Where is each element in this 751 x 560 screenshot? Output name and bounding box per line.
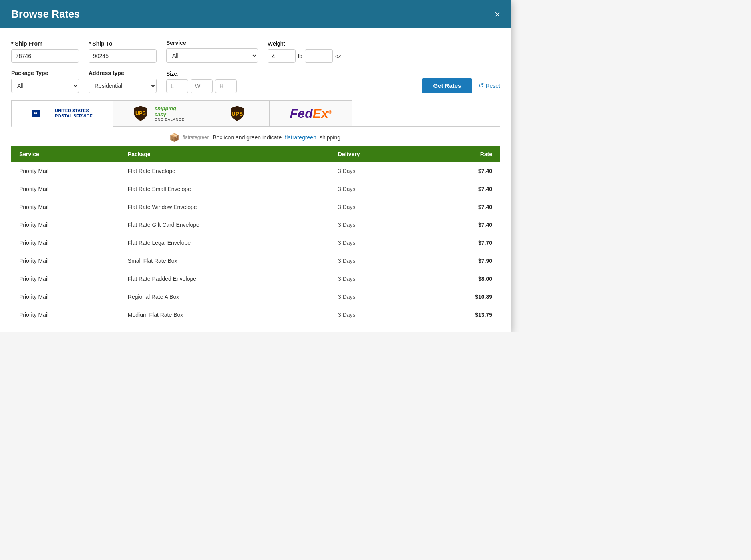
table-row: Priority MailFlat Rate Small Envelope3 D… <box>11 180 500 198</box>
cell-package: Small Flat Rate Box <box>120 252 330 270</box>
ship-from-label: * Ship From <box>11 40 79 47</box>
cell-package: Flat Rate Padded Envelope <box>120 270 330 288</box>
package-type-group: Package Type All Flat Rate Envelope Box … <box>11 70 79 93</box>
size-l-input[interactable] <box>166 79 188 93</box>
cell-service: Priority Mail <box>11 288 120 306</box>
cell-package: Flat Rate Legal Envelope <box>120 234 330 252</box>
flatrate-notice: 📦 flatrategreen Box icon and green indic… <box>11 127 500 146</box>
cell-rate: $13.75 <box>421 306 500 324</box>
service-select[interactable]: All Priority Mail First Class Ground <box>166 48 258 63</box>
address-type-group: Address type Residential Commercial <box>89 70 157 93</box>
ship-from-group: * Ship From <box>11 40 79 63</box>
table-row: Priority MailFlat Rate Window Envelope3 … <box>11 198 500 216</box>
reset-label: Reset <box>485 83 500 89</box>
svg-text:UPS: UPS <box>135 111 146 116</box>
flatrate-link[interactable]: flatrategreen <box>285 134 316 141</box>
ship-to-group: * Ship To <box>89 40 157 63</box>
carrier-tab-ups[interactable]: UPS <box>205 100 270 126</box>
flatrate-notice-text: Box icon and green indicate <box>213 134 282 141</box>
cell-service: Priority Mail <box>11 198 120 216</box>
cell-service: Priority Mail <box>11 180 120 198</box>
cell-delivery: 3 Days <box>330 162 421 180</box>
action-group: Get Rates ↺ Reset <box>422 78 500 93</box>
ship-to-label: * Ship To <box>89 40 157 47</box>
weight-group: Weight lb oz <box>268 40 341 63</box>
size-h-input[interactable] <box>215 79 237 93</box>
lb-unit-label: lb <box>298 53 302 59</box>
ship-to-input[interactable] <box>89 49 157 63</box>
table-row: Priority MailFlat Rate Padded Envelope3 … <box>11 270 500 288</box>
modal-title: Browse Rates <box>11 8 80 20</box>
modal-header: Browse Rates × <box>0 0 511 28</box>
rates-table: Service Package Delivery Rate Priority M… <box>11 146 500 324</box>
cell-package: Flat Rate Small Envelope <box>120 180 330 198</box>
cell-rate: $7.40 <box>421 198 500 216</box>
cell-delivery: 3 Days <box>330 198 421 216</box>
cell-package: Flat Rate Envelope <box>120 162 330 180</box>
table-header-row: Service Package Delivery Rate <box>11 146 500 162</box>
reset-icon: ↺ <box>479 82 484 89</box>
cell-rate: $7.40 <box>421 180 500 198</box>
size-label: Size: <box>166 71 237 77</box>
browse-rates-modal: Browse Rates × * Ship From * Ship To Ser… <box>0 0 511 332</box>
cell-service: Priority Mail <box>11 234 120 252</box>
ship-from-input[interactable] <box>11 49 79 63</box>
cell-rate: $8.00 <box>421 270 500 288</box>
cell-delivery: 3 Days <box>330 234 421 252</box>
cell-package: Flat Rate Gift Card Envelope <box>120 216 330 234</box>
cell-delivery: 3 Days <box>330 288 421 306</box>
ups-shield-icon: UPS <box>133 105 148 121</box>
cell-delivery: 3 Days <box>330 306 421 324</box>
size-group: Size: <box>166 71 237 93</box>
col-delivery: Delivery <box>330 146 421 162</box>
reset-button[interactable]: ↺ Reset <box>479 82 500 89</box>
package-type-select[interactable]: All Flat Rate Envelope Box Package <box>11 79 79 93</box>
usps-text: UNITED STATES POSTAL SERVICE <box>55 108 93 119</box>
cell-package: Regional Rate A Box <box>120 288 330 306</box>
ups-shipping-easy-logo: UPS shipping easy ONE BALANCE <box>133 105 185 121</box>
cell-service: Priority Mail <box>11 270 120 288</box>
modal-body: * Ship From * Ship To Service All Priori… <box>0 28 511 332</box>
get-rates-button[interactable]: Get Rates <box>422 78 472 93</box>
svg-text:✉: ✉ <box>34 111 37 115</box>
weight-lb-input[interactable] <box>268 49 296 63</box>
form-row-1: * Ship From * Ship To Service All Priori… <box>11 40 500 63</box>
package-type-label: Package Type <box>11 70 79 76</box>
table-row: Priority MailRegional Rate A Box3 Days$1… <box>11 288 500 306</box>
col-rate: Rate <box>421 146 500 162</box>
cell-rate: $7.70 <box>421 234 500 252</box>
cell-service: Priority Mail <box>11 252 120 270</box>
table-section: 📦 flatrategreen Box icon and green indic… <box>11 127 500 324</box>
cell-delivery: 3 Days <box>330 252 421 270</box>
table-row: Priority MailSmall Flat Rate Box3 Days$7… <box>11 252 500 270</box>
carrier-tab-fedex[interactable]: FedEx® <box>270 100 352 126</box>
address-type-select[interactable]: Residential Commercial <box>89 79 157 93</box>
carrier-tab-ups-shipping-easy[interactable]: UPS shipping easy ONE BALANCE <box>113 100 205 126</box>
service-label: Service <box>166 40 258 46</box>
table-row: Priority MailFlat Rate Gift Card Envelop… <box>11 216 500 234</box>
flatrate-box-icon: 📦 <box>169 133 179 142</box>
flatrate-notice-text-after: shipping. <box>320 134 342 141</box>
cell-rate: $10.89 <box>421 288 500 306</box>
cell-service: Priority Mail <box>11 306 120 324</box>
usps-logo: ✉ UNITED STATES POSTAL SERVICE <box>32 105 93 121</box>
ups-logo-icon: UPS <box>225 105 249 121</box>
cell-service: Priority Mail <box>11 216 120 234</box>
table-row: Priority MailFlat Rate Legal Envelope3 D… <box>11 234 500 252</box>
usps-eagle-icon: ✉ <box>32 105 52 121</box>
weight-label: Weight <box>268 40 341 47</box>
close-button[interactable]: × <box>495 10 500 19</box>
col-package: Package <box>120 146 330 162</box>
cell-rate: $7.40 <box>421 162 500 180</box>
address-type-label: Address type <box>89 70 157 76</box>
flatrate-brand: flatrategreen <box>183 135 209 140</box>
weight-oz-input[interactable] <box>305 49 333 63</box>
carrier-tab-usps[interactable]: ✉ UNITED STATES POSTAL SERVICE <box>11 100 113 127</box>
service-group: Service All Priority Mail First Class Gr… <box>166 40 258 63</box>
col-service: Service <box>11 146 120 162</box>
size-w-input[interactable] <box>191 79 213 93</box>
cell-service: Priority Mail <box>11 162 120 180</box>
cell-delivery: 3 Days <box>330 216 421 234</box>
cell-package: Flat Rate Window Envelope <box>120 198 330 216</box>
weight-inputs: lb oz <box>268 49 341 63</box>
